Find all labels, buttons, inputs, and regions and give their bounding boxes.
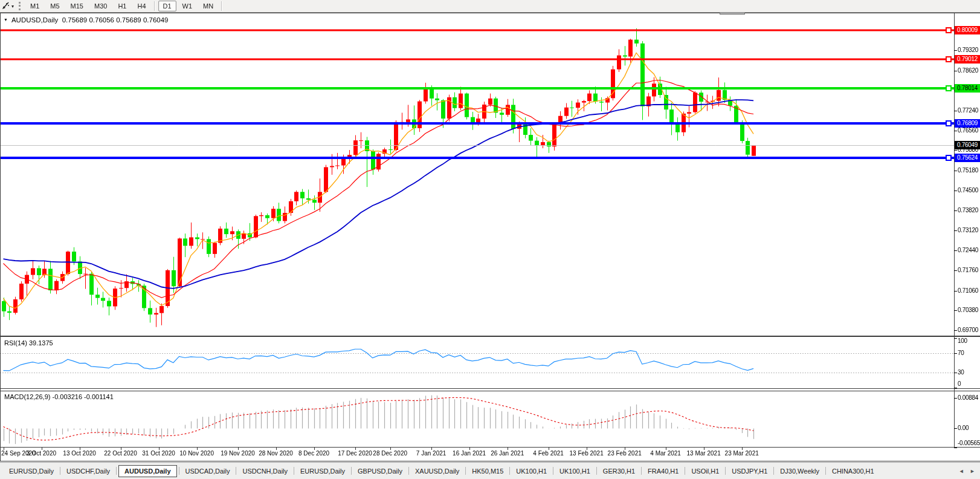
price-chart-canvas[interactable] <box>0 0 980 479</box>
chart-tab-fra40-h1[interactable]: FRA40,H1 <box>642 465 684 477</box>
chart-tab-gbpusd-daily[interactable]: GBPUSD,Daily <box>352 465 408 477</box>
cursor-tool-dropdown-caret-icon[interactable]: ▾ <box>11 4 14 9</box>
timeframe-button-M15[interactable]: M15 <box>66 1 88 11</box>
tab-separator <box>773 467 774 475</box>
tab-separator <box>236 467 236 475</box>
tab-separator <box>596 467 597 475</box>
chart-tab-usdchf-daily[interactable]: USDCHF,Daily <box>61 465 115 477</box>
chart-title: ▼AUDUSD,Daily 0.75689 0.76056 0.75689 0.… <box>4 16 169 24</box>
timeframe-button-MN[interactable]: MN <box>198 1 218 11</box>
chart-tab-hk50-m15[interactable]: HK50,M15 <box>466 465 509 477</box>
cursor-tool-icon[interactable] <box>1 2 10 10</box>
chart-tab-uk100-h1[interactable]: UK100,H1 <box>554 465 596 477</box>
tab-separator <box>509 467 510 475</box>
tab-separator <box>465 467 466 475</box>
chart-tab-audusd-daily[interactable]: AUDUSD,Daily <box>118 465 176 477</box>
toolbar-separator <box>221 1 222 11</box>
timeframe-button-M30[interactable]: M30 <box>89 1 112 11</box>
toolbar: ▾ M1M5M15M30H1H4D1W1MN <box>0 0 980 13</box>
chart-tabs: EURUSD,DailyUSDCHF,DailyAUDUSD,DailyUSDC… <box>4 465 880 477</box>
chart-tab-usoil-h1[interactable]: USOil,H1 <box>686 465 724 477</box>
timeframe-button-H1[interactable]: H1 <box>113 1 131 11</box>
chart-tab-dj30-weekly[interactable]: DJ30,Weekly <box>775 465 825 477</box>
tab-separator <box>179 467 179 475</box>
tab-separator <box>553 467 553 475</box>
toolbar-separator <box>154 1 155 11</box>
chart-tab-ger30-h1[interactable]: GER30,H1 <box>598 465 640 477</box>
tab-separator <box>351 467 352 475</box>
chart-tab-usdcad-daily[interactable]: USDCAD,Daily <box>180 465 236 477</box>
chart-tab-china300-h1[interactable]: CHINA300,H1 <box>827 465 880 477</box>
tab-separator <box>685 467 685 475</box>
tab-scroll-left-icon[interactable]: ◄ <box>959 468 964 474</box>
timeframe-button-M5[interactable]: M5 <box>45 1 64 11</box>
chart-tab-eurusd-daily[interactable]: EURUSD,Daily <box>4 465 59 477</box>
timeframe-button-M1[interactable]: M1 <box>25 1 44 11</box>
chart-title-text: AUDUSD,Daily 0.75689 0.76056 0.75689 0.7… <box>11 16 169 24</box>
timeframe-button-group: M1M5M15M30H1H4D1W1MN <box>25 1 225 11</box>
chart-tab-uk100-h1[interactable]: UK100,H1 <box>511 465 552 477</box>
chart-tab-eurusd-daily[interactable]: EURUSD,Daily <box>295 465 350 477</box>
tab-scroll-arrows: ◄ ► <box>955 468 975 474</box>
chart-collapse-caret-icon[interactable]: ▼ <box>4 18 8 22</box>
rsi-indicator-label: RSI(14) 39.1375 <box>4 339 53 347</box>
chart-tab-usdcnh-daily[interactable]: USDCNH,Daily <box>237 465 293 477</box>
chart-tab-usdjpy-h1[interactable]: USDJPY,H1 <box>726 465 773 477</box>
timeframe-button-D1[interactable]: D1 <box>158 1 176 11</box>
tab-separator <box>116 467 117 475</box>
chart-tab-xauusd-daily[interactable]: XAUUSD,Daily <box>410 465 465 477</box>
tab-separator <box>60 467 60 475</box>
tab-separator <box>641 467 642 475</box>
tab-separator <box>725 467 726 475</box>
macd-indicator-label: MACD(12,26,9) -0.003216 -0.001141 <box>4 393 114 400</box>
tab-separator <box>294 467 294 475</box>
tab-separator <box>825 467 826 475</box>
toolbar-grip[interactable] <box>19 2 21 10</box>
tab-scroll-right-icon[interactable]: ► <box>970 468 975 474</box>
tab-separator <box>408 467 409 475</box>
timeframe-button-W1[interactable]: W1 <box>178 1 198 11</box>
timeframe-button-H4[interactable]: H4 <box>132 1 150 11</box>
chart-tab-bar: EURUSD,DailyUSDCHF,DailyAUDUSD,DailyUSDC… <box>0 462 980 479</box>
